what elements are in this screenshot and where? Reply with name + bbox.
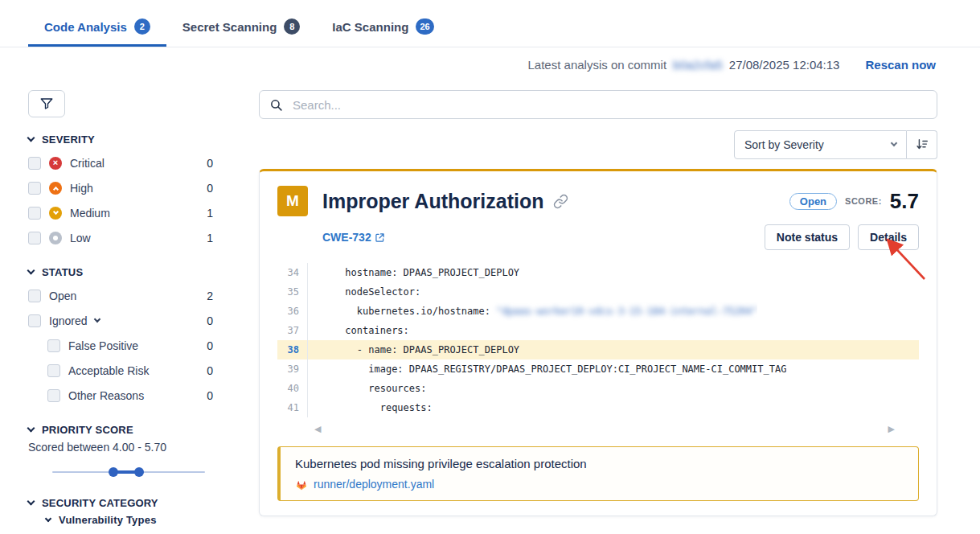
ignored-expand-icon[interactable] [94,315,100,322]
finding-subheader: CWE-732 Note status Details [277,224,919,250]
code-snippet: 34 hostname: DPAAS_PROJECT_DEPLOY 35 nod… [277,263,919,417]
high-checkbox[interactable] [28,182,41,195]
note-status-button[interactable]: Note status [765,224,850,250]
line-number: 39 [277,359,308,379]
critical-checkbox[interactable] [28,157,41,170]
priority-score-section-header[interactable]: PRIORITY SCORE [28,424,213,436]
code-line-highlighted: 38 - name: DPAAS_PROJECT_DEPLOY [277,340,919,359]
severity-section-header[interactable]: SEVERITY [28,134,213,146]
line-number: 40 [277,379,308,398]
section-title: SECURITY CATEGORY [42,497,158,509]
line-content: image: DPAAS_REGISTRY/DPAAS_PROJECT_DEPL… [308,359,786,379]
chevron-down-icon [891,140,897,146]
filter-count: 0 [207,182,213,195]
cwe-link[interactable]: CWE-732 [322,231,384,244]
chevron-down-icon [27,267,35,275]
open-checkbox[interactable] [28,290,41,302]
filter-label: Acceptable Risk [68,364,149,377]
severity-filter-medium: Medium 1 [28,200,213,225]
slider-handle-max[interactable] [134,467,144,477]
cwe-id: CWE-732 [322,231,371,244]
filter-button[interactable] [28,90,65,117]
sort-descending-icon [915,138,929,152]
external-link-icon [375,233,384,242]
score-label: SCORE: [845,196,882,206]
permalink-icon[interactable] [553,194,568,209]
filter-count: 0 [207,364,213,377]
rescan-now-link[interactable]: Rescan now [865,58,936,72]
ignored-checkbox[interactable] [28,314,41,327]
latest-analysis-label: Latest analysis on commit [528,58,667,72]
line-content: - name: DPAAS_PROJECT_DEPLOY [308,340,519,359]
chevron-down-icon [27,498,35,506]
scroll-left-arrow-icon[interactable]: ◀ [314,424,321,434]
code-line: 35 nodeSelector: [277,282,919,302]
tab-iac-scanning[interactable]: IaC Scanning 26 [316,6,449,47]
sort-direction-button[interactable] [907,130,937,159]
acceptable-risk-checkbox[interactable] [47,364,60,377]
status-filter-false-positive: False Positive 0 [47,333,213,358]
section-title: STATUS [42,266,83,278]
status-section-header[interactable]: STATUS [28,266,213,278]
commit-hash-redacted: b0a2cfa5 [673,58,723,72]
status-filter-acceptable-risk: Acceptable Risk 0 [47,358,213,383]
chevron-down-icon [27,134,35,142]
source-file-link[interactable]: runner/deployment.yaml [295,478,904,491]
medium-severity-badge: M [277,186,308,216]
code-line: 41 requests: [277,398,919,417]
slider-handle-min[interactable] [109,467,118,477]
tab-count-badge: 26 [416,18,433,35]
details-button[interactable]: Details [858,224,919,250]
false-positive-checkbox[interactable] [47,339,60,352]
analysis-meta-row: Latest analysis on commit b0a2cfa5 27/08… [0,47,980,76]
tab-bar: Code Analysis 2 Secret Scanning 8 IaC Sc… [0,0,980,47]
section-title: SEVERITY [42,134,95,146]
funnel-icon [39,97,54,111]
code-line: 39 image: DPAAS_REGISTRY/DPAAS_PROJECT_D… [277,359,919,379]
tab-secret-scanning[interactable]: Secret Scanning 8 [166,6,317,47]
finding-description: Kubernetes pod missing privilege escalat… [295,457,904,470]
horizontal-scrollbar[interactable]: ◀ ▶ [314,424,895,433]
sort-controls: Sort by Severity [259,130,937,159]
results-panel: Sort by Severity M Improper Authorizatio… [249,90,980,516]
code-line: 37 containers: [277,321,919,340]
filter-count: 0 [207,389,213,402]
filter-label: Low [70,232,91,244]
line-content: nodeSelector: [308,282,420,302]
chevron-down-icon [45,515,51,521]
scroll-right-arrow-icon[interactable]: ▶ [888,424,895,434]
line-number: 36 [277,302,308,321]
code-line: 34 hostname: DPAAS_PROJECT_DEPLOY [277,263,919,282]
analysis-timestamp: 27/08/2025 12:04:13 [729,58,840,72]
gitlab-icon [295,479,308,491]
redacted-hostname-value: "dpaas-worker10-vdcs-3-15-184-internal-7… [496,306,757,317]
security-category-section-header[interactable]: SECURITY CATEGORY [28,497,213,509]
filters-sidebar: SEVERITY × Critical 0 High 0 Medium 1 Lo… [0,90,249,526]
tab-count-badge: 2 [134,18,150,35]
filter-count: 2 [207,290,213,302]
search-input[interactable] [291,97,927,113]
status-filter-ignored: Ignored 0 [28,308,213,333]
filter-label: Ignored [49,314,87,327]
other-reasons-checkbox[interactable] [47,389,60,402]
line-content: hostname: DPAAS_PROJECT_DEPLOY [308,263,519,282]
line-content: resources: [308,379,427,398]
filter-label: Other Reasons [68,389,144,402]
filter-label: Medium [70,207,110,220]
file-path: runner/deployment.yaml [314,478,434,491]
code-line: 36 kubernetes.io/hostname: "dpaas-worker… [277,302,919,321]
sort-by-dropdown[interactable]: Sort by Severity [734,130,907,159]
tab-code-analysis[interactable]: Code Analysis 2 [28,6,166,47]
medium-checkbox[interactable] [28,207,41,220]
search-icon [269,98,283,112]
filter-count: 0 [207,314,213,327]
status-filter-other-reasons: Other Reasons 0 [47,383,213,408]
low-severity-icon [49,232,62,244]
vulnerability-types-subsection[interactable]: Vulnerability Types [46,514,213,526]
search-bar [259,90,937,119]
low-checkbox[interactable] [28,232,41,244]
medium-severity-icon [49,207,62,220]
finding-header: M Improper Authorization Open SCORE: 5.7 [277,186,919,216]
chevron-down-icon [27,425,35,433]
tab-label: Code Analysis [44,20,127,34]
